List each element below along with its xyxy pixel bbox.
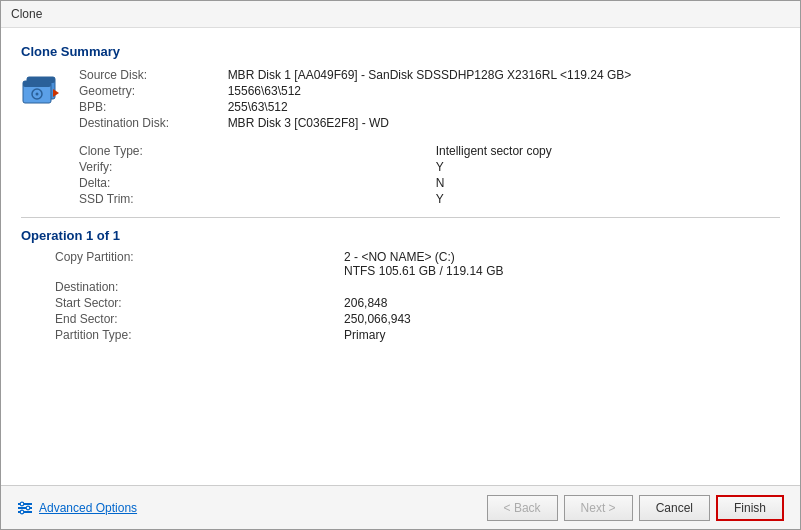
clone-summary-title: Clone Summary [21,44,780,59]
delta-value: N [432,175,800,191]
svg-point-10 [20,502,24,506]
source-info-table: Source Disk: MBR Disk 1 [AA049F69] - San… [75,67,780,131]
finish-button[interactable]: Finish [716,495,784,521]
bpb-row: BPB: 255\63\512 [75,99,780,115]
clone-type-label: Clone Type: [75,143,432,159]
copy-partition-row: Copy Partition: 2 - <NO NAME> (C:) NTFS … [51,249,780,279]
geometry-value: 15566\63\512 [224,83,780,99]
end-sector-row: End Sector: 250,066,943 [51,311,780,327]
clone-type-table: Clone Type: Intelligent sector copy Veri… [75,143,800,207]
partition-type-row: Partition Type: Primary [51,327,780,343]
back-button[interactable]: < Back [487,495,558,521]
start-sector-value: 206,848 [340,295,780,311]
svg-marker-6 [53,89,59,97]
svg-rect-3 [23,81,51,87]
destination-value [340,279,780,295]
copy-partition-value: 2 - <NO NAME> (C:) NTFS 105.61 GB / 119.… [340,249,780,279]
next-button[interactable]: Next > [564,495,633,521]
ssd-trim-label: SSD Trim: [75,191,432,207]
disk-icon [21,67,61,107]
copy-partition-label: Copy Partition: [51,249,340,279]
clone-type-row: Clone Type: Intelligent sector copy [75,143,800,159]
geometry-label: Geometry: [75,83,224,99]
content-area: Clone Summary Source Disk: MBR Disk 1 [A… [1,28,800,485]
cancel-button[interactable]: Cancel [639,495,710,521]
title-bar: Clone [1,1,800,28]
verify-value: Y [432,159,800,175]
source-disk-label: Source Disk: [75,67,224,83]
advanced-options-icon [17,500,33,516]
operation-table: Copy Partition: 2 - <NO NAME> (C:) NTFS … [51,249,780,343]
footer: Advanced Options < Back Next > Cancel Fi… [1,485,800,529]
svg-point-11 [26,506,30,510]
source-disk-value: MBR Disk 1 [AA049F69] - SanDisk SDSSDHP1… [224,67,780,83]
partition-type-label: Partition Type: [51,327,340,343]
start-sector-row: Start Sector: 206,848 [51,295,780,311]
end-sector-label: End Sector: [51,311,340,327]
operation-title: Operation 1 of 1 [21,228,780,243]
destination-row: Destination: [51,279,780,295]
ssd-trim-row: SSD Trim: Y [75,191,800,207]
source-disk-row: Source Disk: MBR Disk 1 [AA049F69] - San… [75,67,780,83]
destination-disk-row: Destination Disk: MBR Disk 3 [C036E2F8] … [75,115,780,131]
operation-section: Operation 1 of 1 Copy Partition: 2 - <NO… [21,228,780,343]
end-sector-value: 250,066,943 [340,311,780,327]
window-title: Clone [11,7,42,21]
clone-summary-header: Source Disk: MBR Disk 1 [AA049F69] - San… [21,67,780,131]
destination-label: Destination: [51,279,340,295]
svg-point-5 [36,93,39,96]
operation-details: Copy Partition: 2 - <NO NAME> (C:) NTFS … [21,249,780,343]
advanced-options-link[interactable]: Advanced Options [39,501,137,515]
delta-row: Delta: N [75,175,800,191]
footer-left: Advanced Options [17,500,137,516]
bpb-value: 255\63\512 [224,99,780,115]
ssd-trim-value: Y [432,191,800,207]
svg-point-12 [20,510,24,514]
bpb-label: BPB: [75,99,224,115]
verify-label: Verify: [75,159,432,175]
destination-disk-label: Destination Disk: [75,115,224,131]
clone-window: Clone Clone Summary Source Disk: [0,0,801,530]
delta-label: Delta: [75,175,432,191]
geometry-row: Geometry: 15566\63\512 [75,83,780,99]
clone-type-value: Intelligent sector copy [432,143,800,159]
verify-row: Verify: Y [75,159,800,175]
start-sector-label: Start Sector: [51,295,340,311]
divider-1 [21,217,780,218]
destination-disk-value: MBR Disk 3 [C036E2F8] - WD [224,115,780,131]
footer-buttons: < Back Next > Cancel Finish [487,495,784,521]
partition-type-value: Primary [340,327,780,343]
